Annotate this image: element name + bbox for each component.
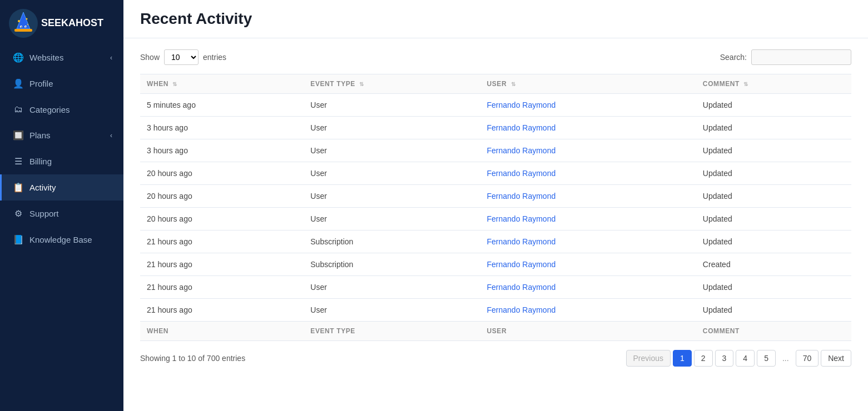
user-link[interactable]: Fernando Raymond <box>487 169 555 178</box>
logo-icon <box>9 9 38 38</box>
logo-text: SEEKAHOST <box>41 18 103 29</box>
activity-table: WHEN ⇅EVENT TYPE ⇅USER ⇅COMMENT ⇅ 5 minu… <box>140 74 851 341</box>
cell-comment: Updated <box>696 185 851 208</box>
sidebar-item-plans[interactable]: 🔲Plans‹ <box>0 122 123 148</box>
user-link[interactable]: Fernando Raymond <box>487 283 555 292</box>
page-button-2[interactable]: 2 <box>694 350 713 367</box>
table-body: 5 minutes agoUserFernando RaymondUpdated… <box>140 94 851 322</box>
next-button[interactable]: Next <box>821 350 851 367</box>
col-footer-header-user[interactable]: USER <box>480 322 696 341</box>
page-button-1[interactable]: 1 <box>673 350 692 367</box>
cell-when: 3 hours ago <box>140 117 304 139</box>
col-header-when[interactable]: WHEN ⇅ <box>140 74 304 94</box>
support-icon: ⚙ <box>13 208 24 219</box>
sidebar-item-label-knowledge-base: Knowledge Base <box>29 235 92 244</box>
cell-when: 20 hours ago <box>140 162 304 185</box>
entries-label: entries <box>203 53 226 62</box>
cell-comment: Updated <box>696 299 851 322</box>
page-button-5[interactable]: 5 <box>757 350 776 367</box>
user-link[interactable]: Fernando Raymond <box>487 214 555 223</box>
col-footer-header-when[interactable]: WHEN <box>140 322 304 341</box>
pagination: Previous12345...70Next <box>626 350 852 367</box>
sidebar-item-knowledge-base[interactable]: 📘Knowledge Base <box>0 227 123 253</box>
sidebar-item-categories[interactable]: 🗂Categories <box>0 97 123 122</box>
table-row: 21 hours agoSubscriptionFernando Raymond… <box>140 253 851 276</box>
table-header: WHEN ⇅EVENT TYPE ⇅USER ⇅COMMENT ⇅ <box>140 74 851 94</box>
cell-user[interactable]: Fernando Raymond <box>480 253 696 276</box>
col-footer-header-event_type[interactable]: EVENT TYPE <box>304 322 480 341</box>
svg-rect-2 <box>14 29 32 32</box>
table-row: 3 hours agoUserFernando RaymondUpdated <box>140 117 851 139</box>
table-row: 21 hours agoSubscriptionFernando Raymond… <box>140 230 851 253</box>
cell-user[interactable]: Fernando Raymond <box>480 162 696 185</box>
cell-user[interactable]: Fernando Raymond <box>480 276 696 299</box>
sidebar-item-label-billing: Billing <box>29 157 52 166</box>
page-button-3[interactable]: 3 <box>715 350 734 367</box>
sidebar-item-websites[interactable]: 🌐Websites‹ <box>0 44 123 71</box>
sidebar-item-profile[interactable]: 👤Profile <box>0 71 123 97</box>
sidebar-item-label-categories: Categories <box>29 105 70 114</box>
cell-comment: Updated <box>696 162 851 185</box>
websites-icon: 🌐 <box>13 52 24 63</box>
search-input[interactable] <box>751 49 851 65</box>
cell-user[interactable]: Fernando Raymond <box>480 94 696 117</box>
cell-when: 21 hours ago <box>140 253 304 276</box>
profile-icon: 👤 <box>13 78 24 89</box>
cell-user[interactable]: Fernando Raymond <box>480 208 696 230</box>
cell-comment: Updated <box>696 276 851 299</box>
search-label: Search: <box>720 53 747 62</box>
col-footer-header-comment[interactable]: COMMENT <box>696 322 851 341</box>
table-row: 20 hours agoUserFernando RaymondUpdated <box>140 185 851 208</box>
user-link[interactable]: Fernando Raymond <box>487 260 555 269</box>
table-row: 21 hours agoUserFernando RaymondUpdated <box>140 276 851 299</box>
sidebar-item-activity[interactable]: 📋Activity <box>0 174 123 201</box>
col-header-user[interactable]: USER ⇅ <box>480 74 696 94</box>
cell-comment: Updated <box>696 139 851 162</box>
sidebar-item-label-profile: Profile <box>29 79 53 88</box>
sidebar-item-support[interactable]: ⚙Support <box>0 201 123 227</box>
cell-user[interactable]: Fernando Raymond <box>480 230 696 253</box>
sidebar-item-label-activity: Activity <box>29 183 56 192</box>
cell-when: 21 hours ago <box>140 276 304 299</box>
page-button-4[interactable]: 4 <box>736 350 755 367</box>
cell-event_type: Subscription <box>304 253 480 276</box>
table-row: 5 minutes agoUserFernando RaymondUpdated <box>140 94 851 117</box>
user-link[interactable]: Fernando Raymond <box>487 146 555 155</box>
cell-event_type: User <box>304 94 480 117</box>
sort-icon-user: ⇅ <box>509 81 515 87</box>
cell-when: 20 hours ago <box>140 208 304 230</box>
sidebar: SEEKAHOST 🌐Websites‹👤Profile🗂Categories🔲… <box>0 0 123 411</box>
user-link[interactable]: Fernando Raymond <box>487 237 555 246</box>
page-title: Recent Activity <box>140 10 851 28</box>
user-link[interactable]: Fernando Raymond <box>487 101 555 109</box>
cell-user[interactable]: Fernando Raymond <box>480 299 696 322</box>
user-link[interactable]: Fernando Raymond <box>487 305 555 314</box>
cell-comment: Updated <box>696 94 851 117</box>
sidebar-item-label-plans: Plans <box>29 131 51 140</box>
entries-select[interactable]: 102550100 <box>164 49 199 65</box>
page-button-last[interactable]: 70 <box>796 350 819 367</box>
sidebar-item-label-support: Support <box>29 209 59 218</box>
previous-button[interactable]: Previous <box>626 350 671 367</box>
table-row: 3 hours agoUserFernando RaymondUpdated <box>140 139 851 162</box>
sidebar-navigation: 🌐Websites‹👤Profile🗂Categories🔲Plans‹☰Bil… <box>0 44 123 253</box>
main-content-area: Recent Activity Show 102550100 entries S… <box>123 0 868 411</box>
user-link[interactable]: Fernando Raymond <box>487 123 555 132</box>
cell-user[interactable]: Fernando Raymond <box>480 185 696 208</box>
pagination-info: Showing 1 to 10 of 700 entries <box>140 354 245 363</box>
user-link[interactable]: Fernando Raymond <box>487 192 555 201</box>
page-header: Recent Activity <box>123 0 868 38</box>
col-header-event_type[interactable]: EVENT TYPE ⇅ <box>304 74 480 94</box>
cell-user[interactable]: Fernando Raymond <box>480 117 696 139</box>
cell-event_type: User <box>304 117 480 139</box>
table-row: 20 hours agoUserFernando RaymondUpdated <box>140 162 851 185</box>
sort-icon-event_type: ⇅ <box>358 81 364 87</box>
col-header-comment[interactable]: COMMENT ⇅ <box>696 74 851 94</box>
table-footer: Showing 1 to 10 of 700 entries Previous1… <box>140 350 851 367</box>
sidebar-logo: SEEKAHOST <box>0 0 123 44</box>
sidebar-item-billing[interactable]: ☰Billing <box>0 148 123 174</box>
table-footer-header-row: WHENEVENT TYPEUSERCOMMENT <box>140 322 851 341</box>
table-header-row: WHEN ⇅EVENT TYPE ⇅USER ⇅COMMENT ⇅ <box>140 74 851 94</box>
cell-event_type: Subscription <box>304 230 480 253</box>
cell-user[interactable]: Fernando Raymond <box>480 139 696 162</box>
